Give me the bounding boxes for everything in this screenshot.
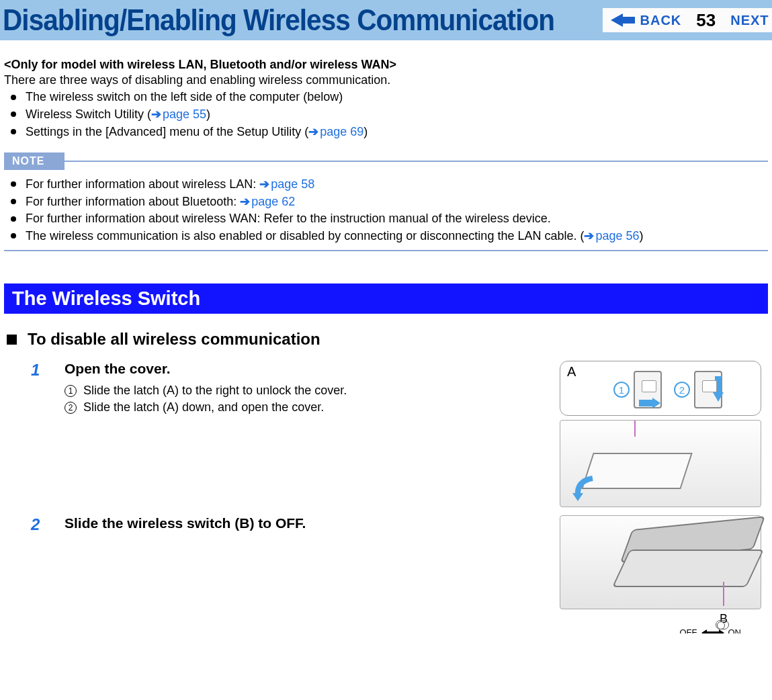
bullet-text: For further information about Bluetooth: bbox=[26, 195, 240, 208]
off-label: OFF bbox=[680, 627, 697, 633]
page-link[interactable]: ➔page 56 bbox=[584, 229, 639, 243]
note-block: NOTE For further information about wirel… bbox=[4, 152, 768, 251]
page-link[interactable]: ➔page 58 bbox=[259, 177, 314, 191]
back-label: BACK bbox=[640, 13, 682, 28]
list-item: The wireless communication is also enabl… bbox=[26, 228, 768, 243]
bullet-text: For further information about wireless L… bbox=[26, 177, 259, 191]
bullet-suffix: ) bbox=[363, 125, 368, 138]
note-header: NOTE bbox=[4, 152, 768, 170]
latch-diagram: A 1 2 bbox=[560, 361, 761, 416]
list-item: For further information about wireless L… bbox=[26, 177, 768, 191]
nav-cluster: BACK 53 NEXT bbox=[603, 8, 772, 32]
link-text: page 55 bbox=[163, 107, 206, 121]
next-button[interactable]: NEXT bbox=[722, 8, 772, 32]
device-sketch bbox=[560, 515, 761, 609]
step: 1 Open the cover. 1 Slide the latch (A) … bbox=[31, 361, 761, 511]
bullet-suffix: ) bbox=[640, 229, 644, 243]
svg-marker-3 bbox=[713, 376, 724, 402]
list-item: The wireless switch on the left side of … bbox=[26, 90, 768, 104]
device-base-icon bbox=[612, 550, 764, 587]
list-item: Wireless Switch Utility (➔page 55) bbox=[26, 107, 768, 122]
list-item: For further information about Bluetooth:… bbox=[26, 194, 768, 209]
diagram-circle-2: 2 bbox=[674, 382, 690, 398]
list-item: For further information about wireless W… bbox=[26, 212, 768, 226]
step-title: Open the cover. bbox=[65, 361, 546, 377]
on-label: ON bbox=[728, 627, 742, 633]
step-number: 1 bbox=[31, 361, 65, 380]
latch-rect-icon bbox=[634, 371, 662, 408]
note-label: NOTE bbox=[4, 152, 65, 170]
curve-arrow-icon bbox=[572, 474, 599, 501]
bullet-text: For further information about wireless W… bbox=[26, 212, 551, 225]
arrow-left-icon bbox=[611, 13, 635, 27]
page-link[interactable]: ➔page 55 bbox=[151, 107, 206, 121]
diagram-circle-1: 1 bbox=[613, 382, 630, 398]
list-item: Settings in the [Advanced] menu of the S… bbox=[26, 124, 768, 139]
arrow-icon: ➔ bbox=[259, 177, 269, 191]
step: 2 Slide the wireless switch (B) to OFF. … bbox=[31, 515, 761, 629]
pointer-line-icon bbox=[634, 421, 636, 437]
back-button[interactable]: BACK bbox=[603, 8, 690, 32]
sub-heading-text: To disable all wireless communication bbox=[28, 330, 320, 349]
note-bottom-rule bbox=[4, 250, 768, 251]
svg-marker-0 bbox=[611, 13, 635, 27]
svg-marker-5 bbox=[701, 629, 724, 634]
section-heading: The Wireless Switch bbox=[4, 283, 768, 314]
arrow-right-icon bbox=[639, 398, 660, 408]
intro-line: There are three ways of disabling and en… bbox=[4, 73, 768, 87]
step-title: Slide the wireless switch (B) to OFF. bbox=[65, 515, 546, 531]
page-number: 53 bbox=[689, 8, 722, 32]
square-bullet-icon bbox=[7, 335, 17, 345]
svg-marker-4 bbox=[572, 493, 583, 501]
model-note: <Only for model with wireless LAN, Bluet… bbox=[4, 58, 768, 72]
substep: 1 Slide the latch (A) to the right to un… bbox=[65, 384, 546, 398]
note-bullets: For further information about wireless L… bbox=[4, 177, 768, 243]
link-text: page 62 bbox=[251, 195, 295, 208]
steps-container: 1 Open the cover. 1 Slide the latch (A) … bbox=[4, 361, 768, 629]
bullet-text: Settings in the [Advanced] menu of the S… bbox=[26, 125, 308, 138]
substep: 2 Slide the latch (A) down, and open the… bbox=[65, 400, 546, 414]
arrow-icon: ➔ bbox=[584, 229, 594, 243]
step-body: Open the cover. 1 Slide the latch (A) to… bbox=[65, 361, 546, 511]
page-link[interactable]: ➔page 69 bbox=[308, 125, 363, 138]
pointer-line-icon bbox=[723, 582, 724, 606]
circled-number-icon: 2 bbox=[65, 402, 77, 414]
illustration-step1: A 1 2 bbox=[560, 361, 761, 507]
circled-number-icon: 1 bbox=[65, 385, 77, 397]
sub-heading: To disable all wireless communication bbox=[7, 330, 768, 349]
link-text: page 56 bbox=[595, 229, 639, 243]
illustration-step2: B OFF ON bbox=[560, 515, 761, 629]
arrow-down-icon bbox=[713, 376, 724, 402]
latch-rect-icon bbox=[694, 371, 722, 408]
bullet-text: Wireless Switch Utility ( bbox=[26, 107, 151, 121]
bullet-text: The wireless switch on the left side of … bbox=[26, 90, 343, 103]
bullet-suffix: ) bbox=[206, 107, 210, 121]
page-title: Disabling/Enabling Wireless Communicatio… bbox=[3, 3, 554, 37]
intro-bullets: The wireless switch on the left side of … bbox=[4, 90, 768, 139]
note-top-rule bbox=[65, 161, 768, 162]
link-text: page 58 bbox=[271, 177, 314, 191]
header-bar: Disabling/Enabling Wireless Communicatio… bbox=[0, 0, 772, 40]
link-text: page 69 bbox=[320, 125, 363, 138]
bullet-text: The wireless communication is also enabl… bbox=[26, 229, 584, 243]
diagram-label-A: A bbox=[567, 364, 576, 380]
substep-text: Slide the latch (A) down, and open the c… bbox=[83, 400, 324, 414]
arrow-icon: ➔ bbox=[240, 195, 250, 208]
svg-marker-2 bbox=[639, 398, 660, 408]
switch-knob-icon bbox=[716, 620, 729, 629]
substep-text: Slide the latch (A) to the right to unlo… bbox=[83, 384, 347, 398]
arrow-icon: ➔ bbox=[151, 107, 161, 121]
page-link[interactable]: ➔page 62 bbox=[240, 195, 295, 208]
step-body: Slide the wireless switch (B) to OFF. bbox=[65, 515, 546, 538]
device-sketch bbox=[560, 420, 761, 507]
next-label: NEXT bbox=[730, 13, 769, 28]
double-arrow-icon bbox=[701, 629, 724, 634]
content-area: <Only for model with wireless LAN, Bluet… bbox=[0, 40, 772, 629]
step-number: 2 bbox=[31, 515, 65, 534]
arrow-icon: ➔ bbox=[308, 125, 318, 138]
